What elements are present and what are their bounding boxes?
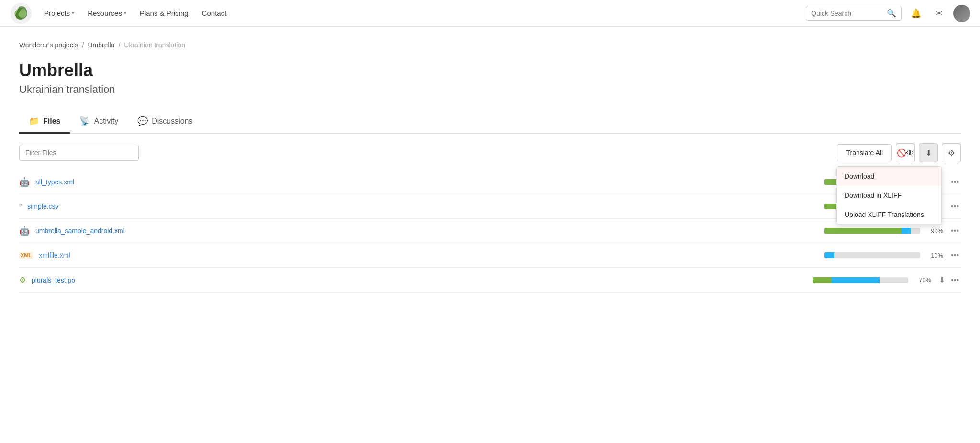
progress-bar-3 <box>824 252 920 258</box>
progress-bar-2 <box>824 228 920 234</box>
toolbar-right: Translate All 🚫👁 ⬇ ⚙ Download Download i… <box>837 143 961 162</box>
table-row: ⚙ plurals_test.po 70% ⬇ ••• <box>19 268 961 293</box>
file-more-1[interactable]: ••• <box>949 200 961 213</box>
file-name-3[interactable]: xmlfile.xml <box>39 251 819 259</box>
translate-all-button[interactable]: Translate All <box>837 144 892 161</box>
breadcrumb: Wanderer's projects / Umbrella / Ukraini… <box>19 41 961 49</box>
progress-blue-2 <box>901 228 911 234</box>
progress-blue-3 <box>824 252 834 258</box>
toolbar: Translate All 🚫👁 ⬇ ⚙ Download Download i… <box>19 143 961 162</box>
breadcrumb-projects[interactable]: Wanderer's projects <box>19 41 78 49</box>
avatar-image <box>953 5 970 22</box>
progress-label-3: 10% <box>924 252 943 259</box>
download-dropdown-button[interactable]: ⬇ <box>919 143 938 162</box>
bell-icon: 🔔 <box>911 8 921 19</box>
progress-label-4: 70% <box>912 276 931 284</box>
main-content: Wanderer's projects / Umbrella / Ukraini… <box>0 27 980 443</box>
tab-discussions[interactable]: 💬 Discussions <box>128 110 202 134</box>
nav-links: Projects ▾ Resources ▾ Plans & Pricing C… <box>38 5 806 21</box>
file-name-1[interactable]: simple.csv <box>27 203 819 210</box>
file-actions-3: ••• <box>949 249 961 261</box>
android-icon-2: 🤖 <box>19 226 30 236</box>
file-name-0[interactable]: all_types.xml <box>35 178 819 186</box>
search-input[interactable] <box>811 10 884 17</box>
file-progress-4: 70% <box>813 276 931 284</box>
tabs: 📁 Files 📡 Activity 💬 Discussions <box>19 110 961 134</box>
nav-resources-label: Resources <box>88 9 122 17</box>
activity-icon: 📡 <box>79 116 90 126</box>
progress-label-2: 90% <box>924 227 943 235</box>
nav-projects-chevron: ▾ <box>72 11 74 16</box>
folder-icon: 📁 <box>29 116 39 126</box>
file-list: 🤖 all_types.xml ••• " simple.csv <box>19 170 961 293</box>
file-progress-3: 10% <box>824 252 943 259</box>
nav-projects-label: Projects <box>44 9 70 17</box>
progress-bar-4 <box>813 277 908 283</box>
tab-activity[interactable]: 📡 Activity <box>70 110 128 134</box>
notification-button[interactable]: 🔔 <box>907 5 924 22</box>
file-progress-2: 90% <box>824 227 943 235</box>
file-more-4[interactable]: ••• <box>949 274 961 286</box>
tab-files-label: Files <box>43 117 60 125</box>
tab-files[interactable]: 📁 Files <box>19 110 70 134</box>
discussions-icon: 💬 <box>137 116 148 126</box>
filter-files-input[interactable] <box>19 145 139 161</box>
progress-green-4 <box>813 277 832 283</box>
page-title: Umbrella <box>19 60 961 80</box>
nav-resources-chevron: ▾ <box>124 11 126 16</box>
file-more-3[interactable]: ••• <box>949 249 961 261</box>
nav-plans-pricing[interactable]: Plans & Pricing <box>134 5 194 21</box>
settings-icon: ⚙ <box>948 148 955 158</box>
tab-activity-label: Activity <box>94 117 118 125</box>
mail-icon: ✉ <box>935 8 943 19</box>
tab-discussions-label: Discussions <box>152 117 192 125</box>
file-actions-1: ••• <box>949 200 961 213</box>
nav-plans-label: Plans & Pricing <box>140 9 189 17</box>
file-actions-2: ••• <box>949 225 961 237</box>
po-icon: ⚙ <box>19 275 26 284</box>
page-subtitle: Ukrainian translation <box>19 83 961 96</box>
file-more-2[interactable]: ••• <box>949 225 961 237</box>
android-icon: 🤖 <box>19 177 30 187</box>
breadcrumb-sep-1: / <box>82 41 84 49</box>
navbar: Projects ▾ Resources ▾ Plans & Pricing C… <box>0 0 980 27</box>
hide-button[interactable]: 🚫👁 <box>896 143 915 162</box>
breadcrumb-umbrella[interactable]: Umbrella <box>88 41 114 49</box>
file-name-4[interactable]: plurals_test.po <box>32 276 807 284</box>
download-icon: ⬇ <box>925 148 932 158</box>
table-row: 🤖 umbrella_sample_android.xml 90% ••• <box>19 219 961 243</box>
eye-off-icon: 🚫👁 <box>897 148 914 158</box>
dropdown-download[interactable]: Download <box>837 167 941 186</box>
search-icon: 🔍 <box>887 9 896 18</box>
xml-icon: XML <box>19 252 33 259</box>
breadcrumb-sep-2: / <box>118 41 120 49</box>
avatar[interactable] <box>953 5 970 22</box>
table-row: XML xmlfile.xml 10% ••• <box>19 243 961 268</box>
file-name-2[interactable]: umbrella_sample_android.xml <box>35 227 819 235</box>
table-row: " simple.csv ••• <box>19 194 961 219</box>
file-actions-0: ••• <box>949 176 961 188</box>
file-actions-4: ⬇ ••• <box>937 273 961 286</box>
mail-button[interactable]: ✉ <box>930 5 947 22</box>
breadcrumb-current: Ukrainian translation <box>124 41 185 49</box>
settings-button[interactable]: ⚙ <box>942 143 961 162</box>
download-dropdown-menu: Download Download in XLIFF Upload XLIFF … <box>836 166 942 225</box>
nav-contact[interactable]: Contact <box>196 5 233 21</box>
nav-right: 🔍 🔔 ✉ <box>806 5 970 22</box>
dropdown-upload-xliff[interactable]: Upload XLIFF Translations <box>837 205 941 224</box>
nav-projects[interactable]: Projects ▾ <box>38 5 80 21</box>
search-box[interactable]: 🔍 <box>806 6 902 21</box>
progress-blue-4 <box>832 277 880 283</box>
nav-contact-label: Contact <box>202 9 227 17</box>
logo[interactable] <box>10 2 33 25</box>
csv-icon: " <box>19 204 22 209</box>
progress-green-2 <box>824 228 901 234</box>
file-download-4[interactable]: ⬇ <box>937 273 947 286</box>
nav-resources[interactable]: Resources ▾ <box>82 5 132 21</box>
file-more-0[interactable]: ••• <box>949 176 961 188</box>
dropdown-download-xliff[interactable]: Download in XLIFF <box>837 186 941 205</box>
table-row: 🤖 all_types.xml ••• <box>19 170 961 194</box>
